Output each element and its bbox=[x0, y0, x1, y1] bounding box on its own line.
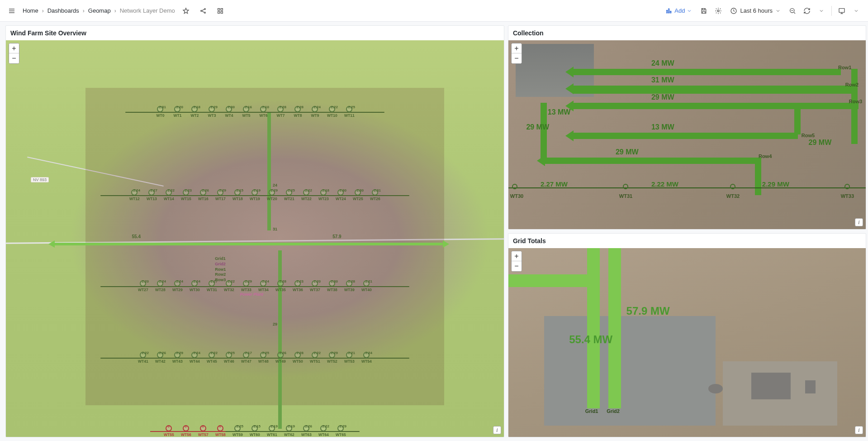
breadcrumb-home[interactable]: Home bbox=[23, 7, 38, 14]
attribution-button[interactable]: i bbox=[855, 426, 863, 434]
turbine-node bbox=[346, 352, 352, 358]
turbine-label: WT22 bbox=[301, 197, 312, 201]
turbine-value: 2.28 bbox=[279, 279, 286, 283]
turbine-wt32: 2.22WT32 bbox=[220, 280, 237, 292]
turbine-wt34: 2.24WT34 bbox=[255, 280, 272, 292]
turbine-value: 2.22 bbox=[331, 105, 338, 109]
turbine-value: 2.19 bbox=[253, 188, 261, 192]
turbine-value: 2.21 bbox=[348, 351, 355, 355]
settings-button[interactable] bbox=[712, 5, 725, 17]
menu-toggle-button[interactable] bbox=[5, 5, 18, 17]
panel-title-grid-totals[interactable]: Grid Totals bbox=[508, 234, 866, 248]
turbine-value: 2.29 bbox=[339, 424, 346, 428]
turbine-node bbox=[166, 189, 172, 196]
turbine-wt7: 2.28WT7 bbox=[272, 106, 289, 118]
svg-rect-13 bbox=[839, 8, 844, 12]
favorite-button[interactable] bbox=[180, 5, 192, 17]
turbine-label: WT43 bbox=[172, 359, 183, 364]
turbine-value: 2.28 bbox=[296, 351, 304, 355]
turbine-wt40: 2.21WT40 bbox=[358, 280, 375, 292]
turbine-wt35: 2.28WT35 bbox=[272, 280, 289, 292]
turbine-label: WT6 bbox=[259, 113, 267, 118]
turbine-value: 2.27 bbox=[210, 279, 218, 283]
refresh-button[interactable] bbox=[801, 5, 813, 17]
turbine-value: 2.21 bbox=[365, 279, 372, 283]
turbine-label: WT35 bbox=[275, 288, 286, 292]
turbine-node bbox=[226, 352, 232, 358]
turbine-wt8: 2.28WT8 bbox=[289, 106, 306, 118]
apps-button[interactable] bbox=[214, 5, 227, 17]
map-grid-totals[interactable]: 57.9 MW 55.4 MW Grid1 Grid2 + − i bbox=[508, 248, 866, 437]
panel-title-overview[interactable]: Wind Farm Site Overview bbox=[6, 26, 504, 40]
turbine-label: WT42 bbox=[155, 359, 166, 364]
attribution-button[interactable]: i bbox=[493, 426, 501, 434]
time-range-button[interactable]: Last 6 hours bbox=[726, 5, 784, 16]
map-collection[interactable]: 24 MW 31 MW 29 MW 13 MW 29 MW 13 MW 29 M… bbox=[508, 40, 866, 229]
flow-value: 31 bbox=[273, 227, 277, 232]
turbine-value: 2.31 bbox=[374, 188, 381, 192]
turbine-value: 2.29 bbox=[331, 351, 338, 355]
turbine-node bbox=[183, 425, 189, 431]
zoom-out-button[interactable]: − bbox=[512, 261, 522, 271]
zoom-in-button[interactable]: + bbox=[512, 43, 522, 53]
time-range-label: Last 6 hours bbox=[740, 7, 773, 14]
turbine-wt20: 2.29WT20 bbox=[263, 189, 280, 201]
turbine-node bbox=[234, 425, 241, 431]
turbine-wt58: 0WT58 bbox=[212, 425, 229, 437]
turbine-wt15: 2.23WT15 bbox=[177, 189, 194, 201]
turbine-label: WT33 bbox=[841, 193, 854, 199]
zoom-in-button[interactable]: + bbox=[512, 251, 522, 261]
building bbox=[751, 373, 791, 399]
turbine-wt28: 2.24WT28 bbox=[152, 280, 169, 292]
zoom-in-button[interactable]: + bbox=[9, 43, 19, 53]
turbine-label: WT49 bbox=[275, 359, 286, 364]
panel-dropdown-button[interactable] bbox=[850, 5, 863, 17]
refresh-dropdown-button[interactable] bbox=[815, 5, 828, 17]
zoom-out-button[interactable]: − bbox=[512, 53, 522, 63]
mw-label: 29 MW bbox=[809, 139, 832, 147]
turbine-node bbox=[226, 280, 232, 287]
turbine-node bbox=[329, 352, 335, 358]
mw-label: 13 MW bbox=[651, 123, 674, 131]
turbine-node bbox=[243, 352, 249, 358]
turbine-label: WT63 bbox=[301, 432, 312, 437]
kiosk-button[interactable] bbox=[835, 5, 848, 17]
turbine-value: 2.29 bbox=[176, 351, 183, 355]
attribution-button[interactable]: i bbox=[855, 218, 863, 226]
flow-arrow bbox=[573, 69, 841, 75]
turbine-value: 2.30 bbox=[331, 279, 338, 283]
panel-overview: Wind Farm Site Overview NV 893 55.4 57.9… bbox=[5, 25, 504, 437]
turbine-node bbox=[337, 189, 344, 196]
turbine-node bbox=[277, 280, 284, 287]
turbine-wt10: 2.22WT10 bbox=[323, 106, 341, 118]
share-button[interactable] bbox=[197, 5, 209, 17]
grid-arrow bbox=[608, 248, 621, 408]
turbine-wt57: 0WT57 bbox=[194, 425, 212, 437]
trunk-line bbox=[278, 250, 282, 429]
add-button[interactable]: Add bbox=[662, 5, 696, 16]
turbine-value: 2.24 bbox=[193, 351, 200, 355]
turbine-wt44: 2.24WT44 bbox=[186, 352, 203, 364]
panel-title-collection[interactable]: Collection bbox=[508, 26, 866, 40]
turbine-value: 2.25 bbox=[262, 351, 269, 355]
map-overview[interactable]: NV 893 55.4 57.9 24 31 29 Grid1 Grid2 Ro… bbox=[6, 40, 504, 437]
turbine-label: WT39 bbox=[344, 288, 355, 292]
zoom-out-button[interactable]: − bbox=[9, 53, 19, 63]
mw-label: 13 MW bbox=[548, 108, 571, 116]
breadcrumb-geomap[interactable]: Geomap bbox=[88, 7, 111, 14]
turbine-node bbox=[166, 425, 172, 431]
turbine-value: 2.20 bbox=[313, 279, 321, 283]
svg-point-1 bbox=[204, 8, 205, 10]
turbine-wt0: 2.31WT0 bbox=[152, 106, 169, 118]
turbine-label: WT33 bbox=[241, 288, 251, 292]
mw-label: 2.22 MW bbox=[651, 180, 678, 188]
turbine-value: 2.24 bbox=[159, 279, 166, 283]
zoom-out-button[interactable] bbox=[786, 5, 799, 17]
flow-arrow bbox=[544, 158, 759, 164]
save-button[interactable] bbox=[697, 5, 710, 17]
turbine-value: 2.29 bbox=[210, 105, 218, 109]
panel-collection: Collection 24 MW 31 MW 29 MW 13 MW 29 MW… bbox=[508, 25, 866, 230]
turbine-label: WT32 bbox=[224, 288, 234, 292]
breadcrumb-dashboards[interactable]: Dashboards bbox=[47, 7, 79, 14]
turbine-wt52: 2.29WT52 bbox=[323, 352, 341, 364]
